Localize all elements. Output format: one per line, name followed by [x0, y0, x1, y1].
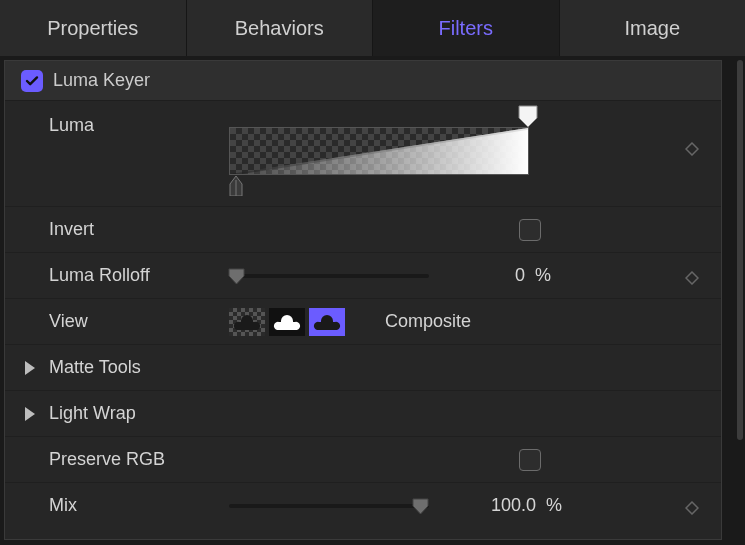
- inspector-tabs: Properties Behaviors Filters Image: [0, 0, 745, 56]
- mix-value[interactable]: 100.0 %: [491, 495, 562, 516]
- param-row-mix: Mix 100.0 %: [5, 482, 721, 528]
- svg-marker-2: [686, 502, 698, 514]
- param-row-luma-rolloff: Luma Rolloff 0 %: [5, 252, 721, 298]
- view-value-label[interactable]: Composite: [385, 311, 471, 332]
- luma-white-handle[interactable]: [517, 104, 539, 128]
- filter-header: Luma Keyer: [5, 61, 721, 101]
- param-label: Mix: [49, 495, 229, 516]
- param-label: View: [49, 311, 229, 332]
- view-option-original[interactable]: [229, 308, 265, 336]
- slider-thumb-icon[interactable]: [227, 267, 246, 285]
- svg-marker-0: [686, 143, 698, 155]
- vertical-scrollbar[interactable]: [737, 60, 743, 440]
- param-label: Luma: [49, 115, 229, 136]
- luma-range-control[interactable]: [229, 127, 529, 175]
- keyframe-icon[interactable]: [685, 269, 699, 283]
- param-label: Luma Rolloff: [49, 265, 229, 286]
- param-label: Matte Tools: [49, 357, 229, 378]
- param-row-light-wrap[interactable]: Light Wrap: [5, 390, 721, 436]
- param-label: Preserve RGB: [49, 449, 229, 470]
- param-label: Invert: [49, 219, 229, 240]
- param-row-view: View Composite: [5, 298, 721, 344]
- tab-image[interactable]: Image: [560, 0, 746, 56]
- svg-marker-1: [686, 272, 698, 284]
- tab-behaviors[interactable]: Behaviors: [187, 0, 374, 56]
- preserve-rgb-checkbox[interactable]: [519, 449, 541, 471]
- view-option-composite[interactable]: [309, 308, 345, 336]
- filters-panel: Luma Keyer Luma: [4, 60, 722, 540]
- tab-properties[interactable]: Properties: [0, 0, 187, 56]
- keyframe-icon[interactable]: [685, 499, 699, 513]
- luma-black-handle[interactable]: [224, 174, 248, 196]
- view-option-matte[interactable]: [269, 308, 305, 336]
- tab-filters[interactable]: Filters: [373, 0, 560, 56]
- param-row-invert: Invert: [5, 206, 721, 252]
- disclosure-triangle-icon[interactable]: [25, 407, 35, 421]
- rolloff-value[interactable]: 0 %: [515, 265, 551, 286]
- param-label: Light Wrap: [49, 403, 229, 424]
- disclosure-triangle-icon[interactable]: [25, 361, 35, 375]
- mix-slider[interactable]: [229, 504, 429, 508]
- filter-enable-checkbox[interactable]: [21, 70, 43, 92]
- param-row-luma: Luma: [5, 101, 721, 206]
- param-row-preserve-rgb: Preserve RGB: [5, 436, 721, 482]
- slider-thumb-icon[interactable]: [411, 497, 430, 515]
- keyframe-icon[interactable]: [685, 140, 699, 154]
- filter-title: Luma Keyer: [53, 70, 150, 91]
- invert-checkbox[interactable]: [519, 219, 541, 241]
- rolloff-slider[interactable]: [229, 274, 429, 278]
- param-row-matte-tools[interactable]: Matte Tools: [5, 344, 721, 390]
